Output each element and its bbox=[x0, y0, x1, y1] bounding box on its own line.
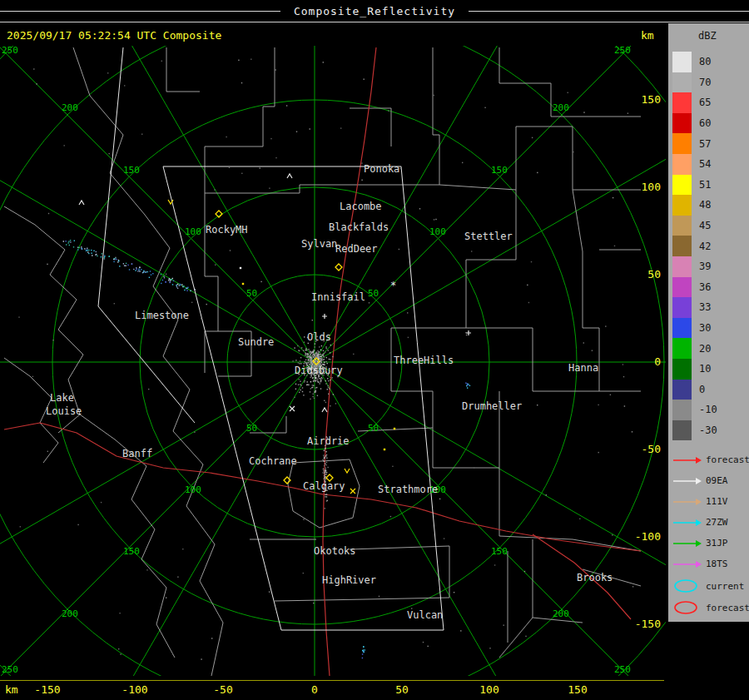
track-legend-row: 18TS bbox=[672, 554, 749, 574]
site-marker-diamond bbox=[335, 264, 342, 271]
scale-swatch bbox=[672, 318, 692, 339]
title-rule-right bbox=[469, 11, 749, 12]
city-label: Hanna bbox=[568, 362, 598, 374]
scale-value: 65 bbox=[699, 97, 711, 108]
scale-row: -30 bbox=[672, 420, 717, 441]
county-boundary bbox=[205, 185, 439, 193]
marker-caret-up bbox=[79, 201, 84, 205]
county-boundary bbox=[466, 328, 641, 391]
range-label: 50 bbox=[246, 288, 257, 299]
range-label: 50 bbox=[246, 423, 257, 434]
city-label: Olds bbox=[307, 331, 331, 343]
track-label: 09EA bbox=[706, 475, 728, 486]
scale-swatch bbox=[672, 195, 692, 216]
scale-row: 48 bbox=[672, 195, 717, 216]
scale-swatch bbox=[672, 380, 692, 400]
city-label: Lake bbox=[50, 392, 74, 404]
sparse-noise bbox=[18, 59, 633, 660]
marker-dot bbox=[242, 283, 244, 285]
city-label: ThreeHills bbox=[394, 355, 454, 366]
track-legend-row: 09EA bbox=[672, 470, 749, 491]
bottom-axis-label: 0 bbox=[311, 683, 318, 696]
bottom-axis-label: -50 bbox=[213, 683, 232, 696]
scale-value: 60 bbox=[699, 117, 711, 129]
track-label: 18TS bbox=[706, 559, 728, 569]
azimuth-line bbox=[315, 362, 666, 595]
scale-swatch bbox=[672, 113, 692, 134]
range-label: 200 bbox=[62, 102, 78, 113]
scale-value: 80 bbox=[699, 56, 711, 67]
scale-swatch bbox=[672, 420, 692, 441]
scale-value: 36 bbox=[699, 281, 711, 293]
ellipse-legend: currentforecast bbox=[672, 575, 749, 618]
bottom-axis-label: 50 bbox=[395, 683, 409, 696]
city-label: Okotoks bbox=[314, 545, 356, 557]
ellipse-legend-row: forecast bbox=[672, 597, 749, 618]
range-label: 200 bbox=[62, 608, 78, 619]
county-boundary bbox=[350, 546, 449, 598]
city-label: Innisfail bbox=[311, 291, 365, 303]
range-label: 50 bbox=[368, 423, 379, 434]
azimuth-line bbox=[0, 362, 315, 595]
track-label: 111V bbox=[706, 496, 728, 507]
range-label: 200 bbox=[553, 102, 569, 113]
scale-swatch bbox=[672, 133, 692, 154]
scale-value: 30 bbox=[699, 322, 711, 334]
city-label: Strathmore bbox=[378, 484, 438, 495]
marker-x bbox=[290, 406, 295, 411]
city-label: Limestone bbox=[135, 310, 189, 321]
map-layer: 2502001501005025020015010050501001502002… bbox=[0, 46, 666, 676]
track-arrow-icon bbox=[672, 518, 702, 528]
county-boundary bbox=[166, 47, 200, 92]
scale-row: 0 bbox=[672, 380, 717, 400]
legend-panel: dBZ 807065605754514845423936333020100-10… bbox=[668, 23, 749, 622]
scale-swatch bbox=[672, 277, 692, 298]
scale-row: -10 bbox=[672, 400, 717, 420]
scale-swatch bbox=[672, 400, 692, 420]
city-label: Louise bbox=[46, 405, 82, 417]
scale-row: 65 bbox=[672, 92, 717, 113]
scale-swatch bbox=[672, 236, 692, 256]
city-label: Calgary bbox=[303, 480, 345, 492]
track-arrow-icon bbox=[672, 497, 702, 507]
marker-caret-up bbox=[287, 174, 292, 178]
scale-row: 10 bbox=[672, 359, 717, 380]
range-label: 100 bbox=[429, 226, 446, 237]
right-axis-label: 100 bbox=[642, 181, 661, 193]
south-blue-dots bbox=[362, 646, 365, 658]
scale-value: 48 bbox=[699, 199, 711, 211]
range-label: 100 bbox=[185, 484, 201, 495]
county-boundary bbox=[433, 47, 439, 185]
radar-app-window: Composite_Reflectivity 2025/09/17 05:22:… bbox=[0, 0, 749, 700]
scale-row: 45 bbox=[672, 216, 717, 236]
marker-dot bbox=[384, 449, 385, 450]
scale-row: 70 bbox=[672, 72, 717, 93]
reflectivity-scale: 807065605754514845423936333020100-10-30 bbox=[672, 52, 717, 440]
range-label: 150 bbox=[491, 546, 508, 557]
city-label: Banff bbox=[122, 448, 152, 459]
county-boundary bbox=[205, 47, 275, 193]
bottom-axis-label: 150 bbox=[568, 683, 587, 696]
scale-row: 20 bbox=[672, 338, 717, 359]
track-label: forecast bbox=[706, 454, 749, 465]
azimuth-line bbox=[82, 46, 315, 362]
track-arrow-icon bbox=[672, 476, 702, 486]
radar-map[interactable]: 2502001501005025020015010050501001502002… bbox=[0, 46, 666, 676]
scale-row: 30 bbox=[672, 318, 717, 339]
scale-swatch bbox=[672, 256, 692, 277]
track-legend-row: 31JP bbox=[672, 533, 749, 554]
scale-row: 54 bbox=[672, 154, 717, 175]
azimuth-line bbox=[0, 129, 315, 362]
east-blue-dots bbox=[465, 383, 470, 389]
scale-row: 36 bbox=[672, 277, 717, 298]
scale-value: -30 bbox=[699, 424, 717, 436]
track-legend-row: 27ZW bbox=[672, 512, 749, 533]
scale-swatch bbox=[672, 154, 692, 175]
azimuth-line bbox=[82, 362, 315, 676]
track-arrow-icon bbox=[672, 559, 702, 569]
marker-caret-down bbox=[345, 469, 350, 473]
bottom-axis-label: 100 bbox=[479, 683, 499, 696]
city-label: Blackfalds bbox=[329, 221, 389, 233]
city-label: Sundre bbox=[238, 336, 274, 348]
right-axis-label: 0 bbox=[654, 355, 661, 368]
